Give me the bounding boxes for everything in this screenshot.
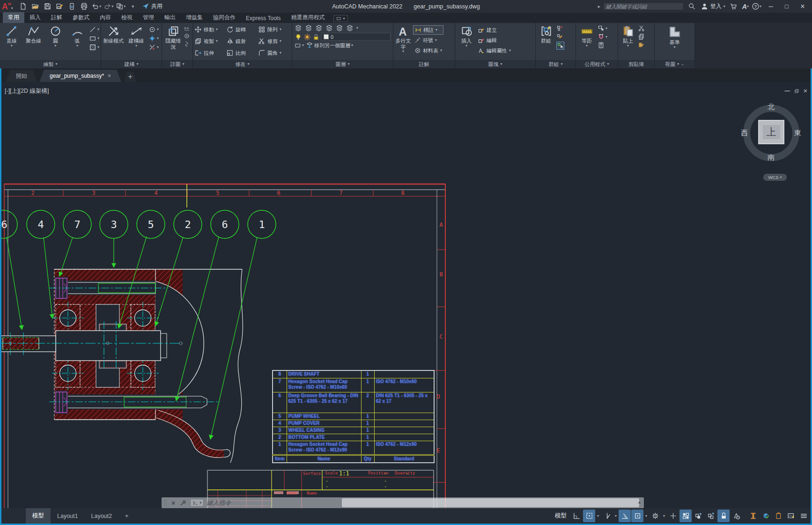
construction-line-button[interactable]: ▾ (89, 26, 99, 33)
hide-situation-button[interactable]: 隱藏情況 (163, 24, 183, 59)
isolate-objects-button[interactable] (747, 510, 759, 522)
panel-title-layers[interactable]: 圖層▾ (292, 60, 393, 68)
customization-menu-button[interactable] (797, 510, 810, 522)
viewcube-south[interactable]: 南 (768, 153, 775, 162)
hardware-acceleration-button[interactable] (760, 510, 772, 522)
balloons[interactable]: 6 4 7 3 5 2 6 1 (0, 210, 276, 238)
viewcube-top-face[interactable]: 上 (758, 120, 784, 144)
paste-special-button[interactable] (638, 42, 645, 49)
layout1-tab[interactable]: Layout1 (51, 508, 84, 524)
undo-button[interactable]: ▾ (91, 1, 102, 12)
edit-block-button[interactable]: 編輯 (478, 36, 511, 45)
command-history-icon[interactable]: ▴ (638, 499, 641, 504)
save-button[interactable] (42, 1, 53, 12)
arc-button[interactable]: 弧▾ (67, 24, 88, 59)
move-to-layer-button[interactable]: 移到另一個圖層▾ (306, 42, 353, 49)
doc-minimize-icon[interactable]: ─ (784, 87, 790, 95)
help-search-input[interactable] (603, 2, 684, 10)
sign-in-button[interactable]: 登入 ▾ (701, 1, 725, 12)
panel-title-draw[interactable]: 繪製▾ (0, 60, 101, 68)
layout2-tab[interactable]: Layout2 (84, 508, 118, 524)
bom-table[interactable]: 8DRIVE SHAFT1 7Hexagon Socket Head Cap S… (272, 370, 435, 463)
panel-title-view[interactable]: 視圖▾⌄ (655, 60, 694, 68)
ribbon-tab-addins[interactable]: 增益集 (181, 12, 208, 23)
layer-unisolate-button[interactable] (346, 24, 354, 32)
polar-caret[interactable]: ▾ (613, 510, 618, 522)
symbol-button[interactable]: 符號▾ (413, 36, 443, 45)
group-edit-button[interactable] (556, 33, 564, 40)
base-view-button[interactable]: 基準▾ (664, 24, 685, 59)
layer-select-combo[interactable]: 0 (321, 33, 391, 41)
hatch-button[interactable]: ▾ (89, 44, 99, 51)
command-grip-handle[interactable] (162, 497, 169, 508)
group-selection-toggle[interactable] (556, 42, 564, 50)
ribbon-tab-collaborate[interactable]: 協同合作 (208, 12, 241, 23)
ray-mode-button[interactable]: 射線模式 (103, 24, 124, 59)
ribbon-tab-express-tools[interactable]: Express Tools (241, 14, 286, 23)
ribbon-tab-manage[interactable]: 管理 (138, 12, 159, 23)
layer-properties-button[interactable] (295, 24, 302, 32)
command-line-palette[interactable]: × ▾ ▴ (162, 497, 644, 508)
grid-display-button[interactable] (570, 510, 583, 522)
add-layout-button[interactable]: + (118, 508, 135, 524)
viewport-controls-label[interactable]: [-][上][2D 線架構] (5, 87, 49, 95)
ribbon-tab-parametric[interactable]: 參數式 (67, 12, 95, 23)
bom-button[interactable]: 材料表▾ (413, 46, 443, 55)
group-button[interactable]: 群組 (537, 24, 555, 59)
layer-thaw-icon[interactable] (303, 33, 311, 41)
mtext-button[interactable]: 多行文字▾ (395, 24, 412, 59)
erase-construction-button[interactable]: ▾ (148, 44, 159, 51)
gear-settings-button[interactable] (649, 510, 661, 522)
search-collapse-icon[interactable]: ▸ (598, 4, 600, 9)
command-prompt-icon[interactable]: ▾ (190, 499, 204, 507)
ribbon-tab-featured-apps[interactable]: 精選應用程式 (286, 12, 330, 23)
quick-select-button[interactable]: ▾ (598, 25, 607, 32)
maximize-button[interactable]: □ (780, 1, 793, 12)
panel-title-group[interactable]: 群組▾ (536, 60, 576, 68)
panel-title-utilities[interactable]: 公用程式▾ (576, 60, 618, 68)
model-space-button[interactable]: 模型 (552, 510, 570, 522)
measure-button[interactable]: 等距▾ (577, 24, 596, 59)
doc-restore-icon[interactable] (794, 89, 799, 94)
stretch-button[interactable]: 拉伸 (194, 47, 225, 59)
view-cube[interactable]: 北 南 西 東 上 (743, 104, 800, 162)
polar-tracking-button[interactable] (601, 510, 613, 522)
ribbon-tab-output[interactable]: 輸出 (159, 12, 181, 23)
scale-button[interactable]: 比例 (226, 47, 257, 59)
rotate-button[interactable]: 旋轉 (226, 24, 257, 35)
layer-on-off-icon[interactable] (295, 33, 302, 41)
auto-construction-button[interactable]: ▾ (148, 35, 159, 42)
gear-caret[interactable]: ▾ (662, 510, 666, 522)
line-button[interactable]: 直線▾ (1, 24, 22, 59)
copy-button[interactable]: 複製▾ (194, 36, 225, 47)
viewcube-north[interactable]: 北 (768, 103, 775, 111)
wcs-selector[interactable]: WCS▾ (763, 174, 787, 181)
crosshair-button[interactable] (667, 510, 679, 522)
create-block-button[interactable]: 建立 (478, 25, 511, 35)
trusted-paths-button[interactable] (772, 510, 784, 522)
fillet-button[interactable]: 圓角▾ (258, 47, 293, 59)
ribbon-tab-annotate[interactable]: 註解 (46, 12, 67, 23)
polyline-button[interactable]: 聚合線 (23, 24, 44, 59)
panel-title-block[interactable]: 圖塊▾ (455, 60, 535, 68)
start-tab[interactable]: 開始 (6, 70, 37, 82)
panel-title-construction[interactable]: 建構▾ (101, 60, 162, 68)
panel-title-modify[interactable]: 修改▾ (193, 60, 292, 68)
ribbon-tab-view[interactable]: 檢視 (116, 12, 138, 23)
panel-title-clipboard[interactable]: 剪貼簿 (618, 60, 654, 68)
quick-calc-button[interactable] (598, 42, 607, 49)
autodesk-apps-button[interactable]: A▾ (742, 1, 749, 12)
centerline-cross-button[interactable]: ▾ (148, 26, 159, 33)
mirror-button[interactable]: 鏡射 (226, 36, 257, 47)
layer-match-button[interactable] (315, 24, 323, 32)
qat-more-button[interactable]: ▾ (127, 1, 139, 12)
panel-title-detail[interactable]: 詳圖▾ (162, 60, 192, 68)
array-button[interactable]: 陣列▾ (258, 24, 293, 35)
command-customize-wrench-icon[interactable] (177, 497, 189, 508)
snap-caret[interactable]: ▾ (596, 510, 600, 522)
layer-lock-icon[interactable] (312, 33, 320, 41)
drawing-canvas[interactable]: 2 3 4 5 6 7 8 A (0, 82, 812, 508)
plot-button[interactable] (79, 1, 90, 12)
construction-lines-button[interactable]: 建構線▾ (125, 24, 147, 59)
ribbon-tab-insert[interactable]: 插入 (24, 12, 46, 23)
